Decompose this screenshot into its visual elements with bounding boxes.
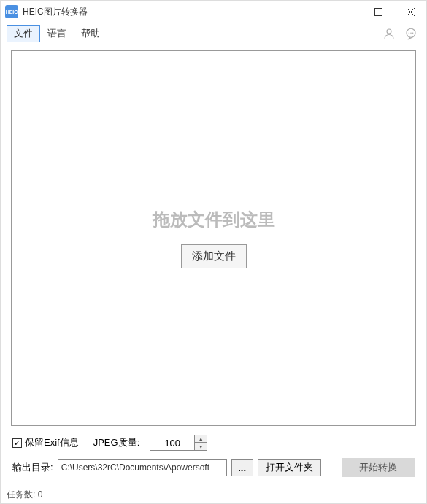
menubar: 文件 语言 帮助 xyxy=(1,23,426,44)
svg-point-6 xyxy=(409,33,410,34)
titlebar: HEIC HEIC图片转换器 xyxy=(1,1,426,23)
window-title: HEIC图片转换器 xyxy=(23,6,88,18)
user-icon xyxy=(382,27,396,40)
svg-rect-1 xyxy=(374,8,382,15)
close-button[interactable] xyxy=(394,1,426,23)
keep-exif-checkbox-wrap[interactable]: ✓ 保留Exif信息 xyxy=(12,436,79,449)
chevron-down-icon: ▼ xyxy=(199,444,204,449)
jpeg-quality-spinner[interactable]: ▲ ▼ xyxy=(150,435,207,451)
jpeg-quality-input[interactable] xyxy=(150,435,194,450)
statusbar: 任务数: 0 xyxy=(1,486,426,503)
minimize-button[interactable] xyxy=(330,1,362,23)
minimize-icon xyxy=(342,8,350,16)
output-dir-input[interactable] xyxy=(58,459,227,476)
quality-up-button[interactable]: ▲ xyxy=(195,435,207,443)
add-file-button[interactable]: 添加文件 xyxy=(181,244,247,268)
browse-button[interactable]: ... xyxy=(231,459,253,476)
feedback-button[interactable] xyxy=(401,24,420,43)
svg-point-4 xyxy=(387,29,391,34)
task-count: 任务数: 0 xyxy=(7,489,42,501)
svg-point-8 xyxy=(412,33,414,34)
chat-icon xyxy=(404,27,418,40)
output-row: 输出目录: ... 打开文件夹 开始转换 xyxy=(1,455,426,486)
app-icon: HEIC xyxy=(5,5,18,18)
close-icon xyxy=(407,8,415,16)
maximize-button[interactable] xyxy=(362,1,394,23)
keep-exif-label: 保留Exif信息 xyxy=(25,436,79,449)
open-folder-button[interactable]: 打开文件夹 xyxy=(258,459,321,476)
keep-exif-checkbox[interactable]: ✓ xyxy=(12,438,22,448)
user-button[interactable] xyxy=(380,24,399,43)
menu-language[interactable]: 语言 xyxy=(40,25,74,42)
dropzone[interactable]: 拖放文件到这里 添加文件 xyxy=(11,50,416,426)
svg-point-7 xyxy=(410,33,412,34)
chevron-up-icon: ▲ xyxy=(199,436,204,441)
settings-row: ✓ 保留Exif信息 JPEG质量: ▲ ▼ xyxy=(1,430,426,455)
output-dir-label: 输出目录: xyxy=(12,461,53,474)
dropzone-hint: 拖放文件到这里 xyxy=(153,208,275,231)
quality-down-button[interactable]: ▼ xyxy=(195,443,207,450)
menu-help[interactable]: 帮助 xyxy=(74,25,107,42)
jpeg-quality-label: JPEG质量: xyxy=(93,436,140,449)
maximize-icon xyxy=(374,8,382,16)
start-convert-button[interactable]: 开始转换 xyxy=(342,458,415,477)
menu-file[interactable]: 文件 xyxy=(7,25,40,42)
